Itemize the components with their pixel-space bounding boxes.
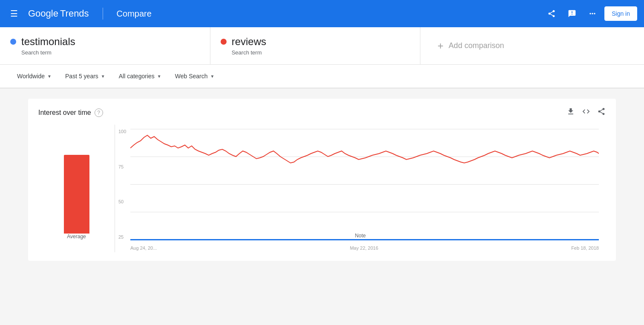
search-term-1-header: testimonials [10,36,200,48]
logo-trends: Trends [60,8,89,19]
share-chart-icon[interactable] [597,107,606,118]
embed-icon[interactable] [582,107,590,118]
filter-category-label: All categories [119,73,155,80]
term-1-dot [10,39,16,45]
header-right: Sign in [543,5,637,22]
card-actions [566,107,606,118]
header-left: ☰ Google Trends Compare [7,5,152,22]
search-term-2-header: reviews [221,36,410,48]
search-term-2[interactable]: reviews Search term [210,27,421,64]
interest-over-time-card: Interest over time ? [28,99,616,261]
x-label-mid: May 22, 2016 [350,245,378,251]
y-label-25: 25 [118,234,126,239]
filter-searchtype[interactable]: Web Search ▼ [168,69,221,83]
header-divider [103,8,103,20]
filter-location-arrow: ▼ [47,74,52,79]
main-content: Interest over time ? [0,88,644,271]
y-axis-labels: 100 75 50 25 [118,129,126,239]
logo-google: Google [28,8,58,19]
share-icon[interactable] [543,5,560,22]
term-2-type: Search term [232,49,410,56]
add-comparison-label: Add comparison [448,41,504,50]
y-label-100: 100 [118,129,126,134]
line-chart-svg [130,129,599,231]
filter-location-label: Worldwide [17,73,45,80]
note-line [130,239,599,240]
chart-sidebar: Average [38,125,115,252]
search-term-1[interactable]: testimonials Search term [0,27,210,64]
card-title: Interest over time [38,109,91,117]
x-axis-labels: Aug 24, 20... May 22, 2016 Feb 18, 2018 [130,245,599,251]
y-label-75: 75 [118,164,126,169]
download-icon[interactable] [566,107,575,118]
filter-timerange-label: Past 5 years [65,73,98,80]
page-title: Compare [117,9,152,19]
filter-searchtype-arrow: ▼ [210,74,214,79]
avg-label: Average [67,234,86,239]
x-label-start: Aug 24, 20... [130,245,157,251]
avg-bar [64,155,89,234]
filter-category[interactable]: All categories ▼ [112,69,168,83]
filter-bar: Worldwide ▼ Past 5 years ▼ All categorie… [0,65,644,88]
chart-main: 100 75 50 25 [115,125,606,252]
filter-timerange[interactable]: Past 5 years ▼ [58,69,112,83]
y-label-50: 50 [118,199,126,204]
logo: Google Trends [28,8,89,19]
filter-searchtype-label: Web Search [175,73,208,80]
help-icon[interactable]: ? [95,108,103,117]
filter-location[interactable]: Worldwide ▼ [10,69,58,83]
note-label: Note [355,233,365,239]
filter-category-arrow: ▼ [157,74,161,79]
add-comparison-button[interactable]: + Add comparison [420,27,644,64]
sign-in-button[interactable]: Sign in [604,6,637,21]
avg-bar-container [64,140,89,234]
header: ☰ Google Trends Compare Sign in [0,0,644,27]
feedback-icon[interactable] [564,5,581,22]
chart-area: Average 100 75 50 25 [38,125,606,252]
term-1-type: Search term [21,49,200,56]
term-2-dot [221,39,227,45]
x-label-end: Feb 18, 2018 [571,245,599,251]
card-header: Interest over time ? [38,107,606,118]
search-bar: testimonials Search term reviews Search … [0,27,644,65]
filter-timerange-arrow: ▼ [101,74,105,79]
term-2-name: reviews [232,36,266,48]
card-title-row: Interest over time ? [38,108,103,117]
term-1-name: testimonials [21,36,75,48]
hamburger-menu-icon[interactable]: ☰ [7,5,21,22]
apps-icon[interactable] [584,5,601,22]
add-plus-icon: + [437,40,443,52]
